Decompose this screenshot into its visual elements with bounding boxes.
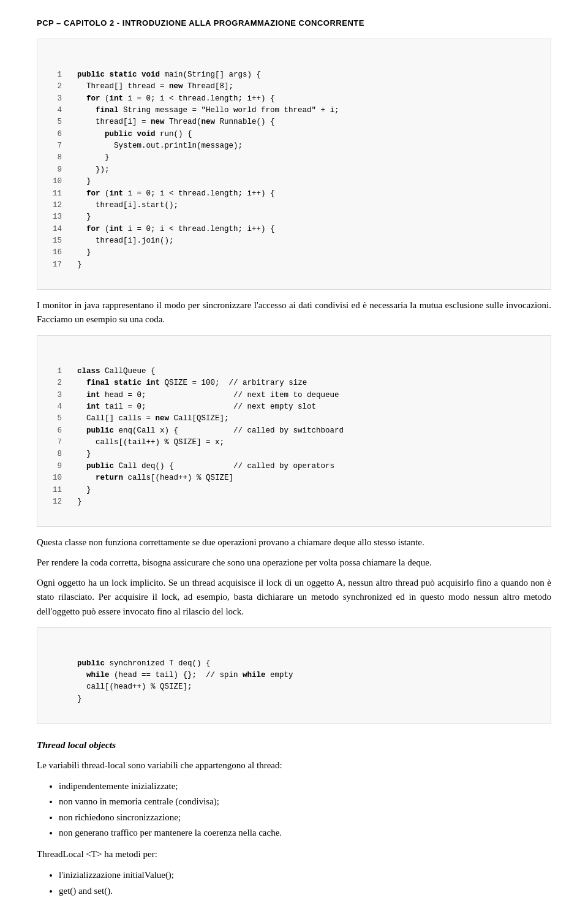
- code-line-text: }: [68, 247, 91, 259]
- line-number: 2: [46, 377, 62, 389]
- list-item: non richiedono sincronizzazione;: [59, 810, 551, 826]
- code-line-text: Call[] calls = new Call[QSIZE];: [68, 413, 229, 425]
- code-line-text: public Call deq() { // called by operato…: [68, 461, 334, 472]
- code-line-text: }: [68, 176, 91, 187]
- line-number: 9: [46, 164, 62, 176]
- code-line-text: for (int i = 0; i < thread.length; i++) …: [68, 93, 275, 105]
- code-line-text: }: [68, 485, 91, 496]
- line-number: 16: [46, 247, 62, 259]
- code-line-text: final static int QSIZE = 100; // arbitra…: [68, 377, 307, 389]
- list-item: l'inizializzazione initialValue();: [59, 868, 551, 883]
- list-item: non vanno in memoria centrale (condivisa…: [59, 794, 551, 810]
- line-number: 5: [46, 116, 62, 128]
- line-number: 2: [46, 81, 62, 93]
- line-number: 11: [46, 188, 62, 200]
- list-item: indipendentemente inizializzate;: [59, 779, 551, 795]
- code-line-text: thread[i].start();: [68, 200, 178, 211]
- code-line-text: thread[i].join();: [68, 235, 174, 247]
- line-number: 1: [46, 69, 62, 81]
- line-number: 14: [46, 224, 62, 235]
- code-line-text: for (int i = 0; i < thread.length; i++) …: [68, 224, 275, 235]
- code-line-text: class CallQueue {: [68, 366, 156, 377]
- code-line-text: return calls[(head++) % QSIZE]: [68, 472, 233, 484]
- line-number: 4: [46, 401, 62, 413]
- paragraph-4: Ogni oggetto ha un lock implicito. Se un…: [37, 576, 551, 619]
- code-block-3: public synchronized T deq() { while (hea…: [37, 627, 551, 724]
- code-line-text: Thread[] thread = new Thread[8];: [68, 81, 233, 93]
- line-number: 3: [46, 93, 62, 105]
- line-number: 6: [46, 129, 62, 140]
- code-line-text: }: [68, 496, 82, 508]
- code-line-text: public static void main(String[] args) {: [68, 69, 261, 81]
- line-number: 4: [46, 105, 62, 116]
- line-number: 12: [46, 200, 62, 211]
- line-number: 12: [46, 496, 62, 508]
- code-line-text: for (int i = 0; i < thread.length; i++) …: [68, 188, 275, 200]
- code-line-text: System.out.println(message);: [68, 140, 243, 152]
- line-number: 5: [46, 413, 62, 425]
- code-line-text: public synchronized T deq() {: [68, 658, 211, 670]
- code-line-text: public void run() {: [68, 129, 192, 140]
- line-number: [46, 670, 62, 681]
- paragraph-3: Per rendere la coda corretta, bisogna as…: [37, 556, 551, 570]
- code-line-text: }: [68, 448, 91, 460]
- code-block-1: 1 public static void main(String[] args)…: [37, 39, 551, 290]
- code-line-text: call[(head++) % QSIZE];: [68, 681, 192, 693]
- code-line-text: }: [68, 211, 91, 223]
- line-number: 3: [46, 390, 62, 401]
- line-number: 11: [46, 485, 62, 496]
- line-number: 8: [46, 152, 62, 164]
- line-number: 15: [46, 235, 62, 247]
- bullet-list-1: indipendentemente inizializzate; non van…: [59, 779, 551, 841]
- paragraph-1: I monitor in java rappresentano il modo …: [37, 298, 551, 327]
- code-line-text: });: [68, 164, 110, 176]
- list-item: non generano traffico per mantenere la c…: [59, 825, 551, 841]
- line-number: 7: [46, 437, 62, 448]
- line-number: 7: [46, 140, 62, 152]
- line-number: [46, 694, 62, 705]
- line-number: 9: [46, 461, 62, 472]
- code-line-text: public enq(Call x) { // called by switch…: [68, 425, 344, 437]
- bullet-list-2: l'inizializzazione initialValue(); get()…: [59, 868, 551, 899]
- list-item: get() and set().: [59, 883, 551, 899]
- paragraph-6: ThreadLocal <T> ha metodi per:: [37, 847, 551, 861]
- code-line-text: thread[i] = new Thread(new Runnable() {: [68, 116, 275, 128]
- code-line-text: while (head == tail) {}; // spin while e…: [68, 670, 293, 681]
- code-line-text: }: [68, 259, 82, 271]
- line-number: 17: [46, 259, 62, 271]
- section-heading: Thread local objects: [37, 738, 551, 752]
- line-number: [46, 681, 62, 693]
- code-line-text: calls[(tail++) % QSIZE] = x;: [68, 437, 224, 448]
- line-number: 1: [46, 366, 62, 377]
- code-line-text: }: [68, 152, 110, 164]
- line-number: 8: [46, 448, 62, 460]
- code-line-text: int tail = 0; // next empty slot: [68, 401, 316, 413]
- code-line-text: int head = 0; // next item to dequeue: [68, 390, 339, 401]
- line-number: 6: [46, 425, 62, 437]
- code-block-2: 1 class CallQueue {2 final static int QS…: [37, 335, 551, 527]
- paragraph-2: Questa classe non funziona correttamente…: [37, 535, 551, 550]
- code-line-text: final String message = "Hello world from…: [68, 105, 339, 116]
- line-number: 13: [46, 211, 62, 223]
- line-number: 10: [46, 176, 62, 187]
- paragraph-5: Le variabili thread-local sono variabili…: [37, 758, 551, 773]
- code-line-text: }: [68, 694, 82, 705]
- page-header: PCP – CAPITOLO 2 - INTRODUZIONE ALLA PRO…: [37, 18, 551, 28]
- line-number: [46, 658, 62, 670]
- line-number: 10: [46, 472, 62, 484]
